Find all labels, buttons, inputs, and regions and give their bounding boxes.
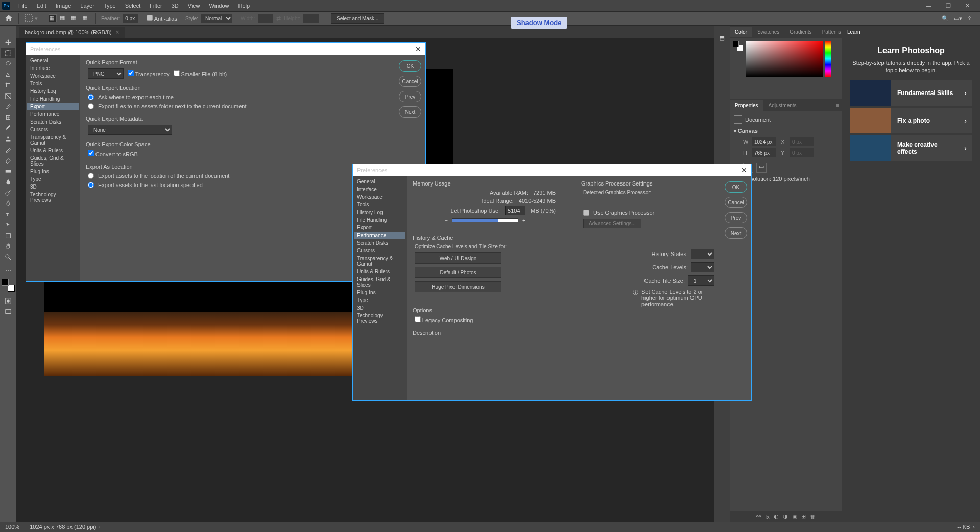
prefs-cat-cursors[interactable]: Cursors [354, 247, 405, 255]
menu-layer[interactable]: Layer [76, 1, 99, 10]
tab-color[interactable]: Color [730, 27, 752, 37]
menu-view[interactable]: View [184, 1, 204, 10]
prefs-cat-workspace[interactable]: Workspace [27, 72, 79, 80]
eraser-tool[interactable] [1, 155, 15, 166]
stamp-tool[interactable] [1, 134, 15, 144]
fg-bg-swatch[interactable] [733, 41, 743, 51]
style-select[interactable]: Normal [201, 14, 232, 23]
prefs-cat-interface[interactable]: Interface [354, 186, 405, 193]
prev-button[interactable]: Prev [399, 91, 421, 102]
collapsed-panel-icon[interactable]: ◧ [719, 36, 726, 41]
prefs-cat--d[interactable]: 3D [354, 304, 405, 312]
blur-tool[interactable] [1, 177, 15, 187]
subtract-selection-icon[interactable]: ▦ [71, 14, 79, 22]
prefs-cat-history-log[interactable]: History Log [27, 87, 79, 95]
history-states-select[interactable]: 50 [691, 249, 714, 259]
export-last-loc-radio[interactable] [88, 182, 94, 188]
hue-slider[interactable] [825, 41, 831, 77]
link-icon[interactable]: ⚯ [756, 513, 761, 520]
cache-web-button[interactable]: Web / UI Design [415, 252, 501, 264]
prefs-cat-type[interactable]: Type [27, 175, 79, 183]
marquee-tool[interactable] [1, 48, 15, 58]
learn-item-creative[interactable]: Make creative effects› [850, 135, 972, 161]
cache-default-button[interactable]: Default / Photos [415, 267, 501, 278]
prefs-cat-file-handling[interactable]: File Handling [27, 95, 79, 103]
dodge-tool[interactable] [1, 188, 15, 198]
mem-plus-icon[interactable]: + [522, 217, 525, 223]
cache-huge-button[interactable]: Huge Pixel Dimensions [415, 281, 501, 292]
gradient-tool[interactable] [1, 166, 15, 176]
prefs-cat-guides-grid-slices[interactable]: Guides, Grid & Slices [354, 275, 405, 289]
tab-learn[interactable]: Learn [842, 27, 866, 37]
new-selection-icon[interactable]: ▦ [49, 14, 57, 22]
prefs-cat--d[interactable]: 3D [27, 183, 79, 191]
cache-tile-select[interactable]: 128K [688, 275, 714, 286]
edit-toolbar-icon[interactable]: ⋯ [5, 267, 11, 274]
shape-tool[interactable] [1, 230, 15, 241]
pen-tool[interactable] [1, 198, 15, 209]
zoom-level[interactable]: 100% [5, 524, 19, 530]
prefs-cat-units-rulers[interactable]: Units & Rulers [354, 268, 405, 275]
prefs-cat-tools[interactable]: Tools [27, 80, 79, 87]
screenmode-icon[interactable] [1, 307, 15, 317]
fx-icon[interactable]: fx [765, 514, 770, 520]
prefs-cat-guides-grid-slices[interactable]: Guides, Grid & Slices [27, 154, 79, 168]
history-brush-tool[interactable] [1, 145, 15, 155]
prefs-cat-scratch-disks[interactable]: Scratch Disks [27, 118, 79, 126]
prefs-cat-general[interactable]: General [27, 57, 79, 64]
prefs-cat-cursors[interactable]: Cursors [27, 126, 79, 133]
prefs-cat-units-rulers[interactable]: Units & Rulers [27, 147, 79, 154]
chevron-right-icon[interactable]: › [98, 524, 100, 530]
menu-file[interactable]: File [14, 1, 32, 10]
maximize-icon[interactable]: ❐ [942, 1, 955, 11]
quick-select-tool[interactable] [1, 70, 15, 80]
learn-item-fixphoto[interactable]: Fix a photo› [850, 108, 972, 133]
cancel-button[interactable]: Cancel [725, 197, 747, 208]
tab-adjustments[interactable]: Adjustments [763, 100, 802, 111]
healing-tool[interactable] [1, 112, 15, 123]
srgb-checkbox[interactable] [88, 150, 94, 156]
ask-location-radio[interactable] [88, 94, 94, 100]
path-select-tool[interactable] [1, 220, 15, 230]
dialog-close-icon[interactable]: ✕ [741, 166, 747, 174]
prefs-cat-general[interactable]: General [354, 178, 405, 186]
dialog-close-icon[interactable]: ✕ [415, 45, 421, 53]
menu-filter[interactable]: Filter [146, 1, 166, 10]
dialog-titlebar[interactable]: Preferences ✕ [353, 164, 751, 176]
ok-button[interactable]: OK [725, 181, 747, 193]
prefs-cat-technology-previews[interactable]: Technology Previews [27, 191, 79, 204]
tab-properties[interactable]: Properties [730, 100, 763, 111]
adjustment-icon[interactable]: ◑ [783, 513, 788, 520]
menu-image[interactable]: Image [52, 1, 76, 10]
prev-button[interactable]: Prev [725, 212, 747, 223]
new-layer-icon[interactable]: ⊞ [801, 513, 806, 520]
export-current-loc-radio[interactable] [88, 173, 94, 179]
crop-tool[interactable] [1, 80, 15, 90]
share-icon[interactable]: ⇪ [967, 15, 972, 22]
cache-levels-select[interactable]: 4 [691, 262, 714, 272]
smaller-file-checkbox[interactable] [174, 70, 180, 76]
panel-menu-icon[interactable]: ≡ [833, 102, 842, 108]
zoom-tool[interactable] [1, 252, 15, 262]
next-button[interactable]: Next [399, 106, 421, 118]
prefs-cat-transparency-gamut[interactable]: Transparency & Gamut [354, 255, 405, 268]
legacy-compositing-checkbox[interactable] [415, 316, 421, 322]
prefs-cat-plug-ins[interactable]: Plug-Ins [27, 168, 79, 175]
prefs-cat-export[interactable]: Export [354, 224, 405, 232]
menu-select[interactable]: Select [121, 1, 145, 10]
document-tab[interactable]: background.bmp @ 100% (RGB/8) × [19, 27, 125, 38]
memory-slider[interactable] [452, 218, 518, 222]
tab-swatches[interactable]: Swatches [752, 27, 784, 37]
prefs-cat-transparency-gamut[interactable]: Transparency & Gamut [27, 133, 79, 147]
hand-tool[interactable] [1, 241, 15, 251]
home-icon[interactable] [4, 14, 13, 23]
chevron-right-icon[interactable]: › [973, 524, 975, 530]
mask-icon[interactable]: ◐ [774, 513, 779, 520]
select-mask-button[interactable]: Select and Mask... [331, 13, 384, 24]
menu-type[interactable]: Type [100, 1, 120, 10]
color-field[interactable] [746, 41, 823, 77]
prefs-cat-type[interactable]: Type [354, 296, 405, 304]
menu-3d[interactable]: 3D [168, 1, 183, 10]
dialog-titlebar[interactable]: Preferences ✕ [26, 43, 425, 55]
trash-icon[interactable]: 🗑 [810, 514, 816, 520]
